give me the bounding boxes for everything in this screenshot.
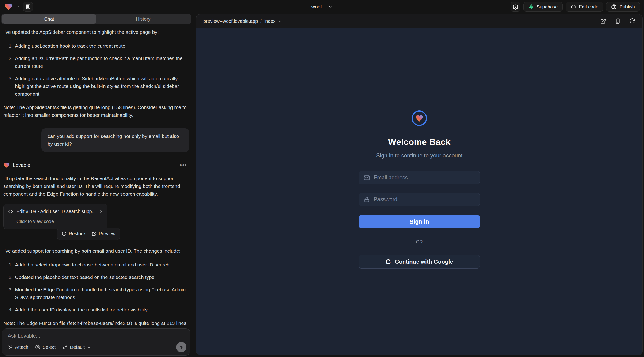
arrow-up-icon xyxy=(179,344,184,350)
ellipsis-icon[interactable]: ••• xyxy=(180,161,187,169)
list-item: Added a select dropdown to choose betwee… xyxy=(14,261,190,268)
globe-icon xyxy=(611,4,616,10)
edit-version-card[interactable]: Edit #108 • Add user ID search supp... C… xyxy=(3,204,108,230)
chat-input[interactable] xyxy=(8,333,184,339)
composer: Attach Select Default xyxy=(2,328,190,356)
email-input[interactable] xyxy=(374,174,475,181)
edit-code-button[interactable]: Edit code xyxy=(566,2,603,12)
select-label: Select xyxy=(43,344,56,350)
mode-selector[interactable]: Default xyxy=(62,344,91,350)
refresh-icon[interactable] xyxy=(629,18,635,24)
image-attach-icon xyxy=(7,344,13,350)
supabase-button[interactable]: Supabase xyxy=(524,2,562,12)
publish-label: Publish xyxy=(620,4,635,10)
list-item: Modified the Edge Function to handle bot… xyxy=(14,286,190,301)
google-g-icon: G xyxy=(386,258,391,266)
url-separator: / xyxy=(260,18,262,24)
chevron-right-icon[interactable] xyxy=(99,209,104,214)
preview-page-selector[interactable]: index xyxy=(264,18,276,24)
chat-panel: Chat History I've updated the AppSidebar… xyxy=(2,14,191,356)
code-icon xyxy=(570,4,576,10)
sidebar-toggle-icon xyxy=(25,4,31,10)
preview-label: Preview xyxy=(99,230,116,238)
mail-icon xyxy=(364,175,370,181)
tab-history[interactable]: History xyxy=(96,14,190,24)
password-field[interactable] xyxy=(359,193,480,206)
gear-icon xyxy=(513,4,518,10)
divider-label: OR xyxy=(410,239,429,245)
restore-icon xyxy=(62,231,66,236)
list-item: Updated the placeholder text based on th… xyxy=(14,273,190,281)
restore-label: Restore xyxy=(69,230,85,238)
preview-urlbar: preview--woof.lovable.app / index xyxy=(196,14,642,28)
ai-message-text: I've added support for searching by both… xyxy=(3,247,190,255)
supabase-bolt-icon xyxy=(528,4,534,10)
chat-messages[interactable]: I've updated the AppSidebar component to… xyxy=(3,28,190,326)
user-message-bubble: can you add support for searching not on… xyxy=(41,128,190,152)
sliders-icon xyxy=(62,344,68,350)
edit-card-title: Edit #108 • Add user ID search supp... xyxy=(16,208,96,215)
lock-icon xyxy=(364,196,370,203)
code-icon xyxy=(8,209,13,214)
send-button[interactable] xyxy=(176,342,186,352)
open-in-new-tab-button[interactable] xyxy=(600,18,606,24)
chevron-down-icon[interactable] xyxy=(278,19,282,23)
list-item: Added the user ID display in the results… xyxy=(14,306,190,314)
google-signin-label: Continue with Google xyxy=(395,258,453,265)
lovable-heart-icon[interactable] xyxy=(4,2,13,11)
ai-message-list: Adding useLocation hook to track the cur… xyxy=(3,42,190,98)
mode-label: Default xyxy=(70,344,85,350)
app-logo xyxy=(412,110,427,126)
tab-chat[interactable]: Chat xyxy=(2,14,96,24)
chevron-down-icon[interactable] xyxy=(16,5,20,9)
list-item: Adding useLocation hook to track the cur… xyxy=(14,42,190,50)
ai-message-text: I've updated the AppSidebar component to… xyxy=(3,28,190,36)
preview-app-content: Welcome Back Sign in to continue to your… xyxy=(196,28,642,355)
smartphone-icon[interactable] xyxy=(615,18,621,24)
assistant-name: Lovable xyxy=(13,161,30,169)
settings-button[interactable] xyxy=(510,2,520,12)
sign-in-button[interactable]: Sign in xyxy=(359,215,480,228)
select-button[interactable]: Select xyxy=(35,344,56,350)
lovable-heart-icon xyxy=(3,162,10,168)
list-item: Adding an isCurrentPath helper function … xyxy=(14,54,190,70)
list-item: Adding data-active attribute to SidebarM… xyxy=(14,74,190,98)
password-input[interactable] xyxy=(374,196,475,203)
version-actions-toolbar: Restore Preview xyxy=(57,228,120,240)
project-title: woof xyxy=(312,4,322,10)
attach-button[interactable]: Attach xyxy=(7,344,28,350)
supabase-label: Supabase xyxy=(536,4,558,10)
preview-button[interactable]: Preview xyxy=(92,230,116,238)
attach-label: Attach xyxy=(15,344,28,350)
top-bar: woof Supabase Edit code Publish xyxy=(0,0,644,14)
preview-url[interactable]: preview--woof.lovable.app xyxy=(203,18,258,24)
email-field[interactable] xyxy=(359,171,480,184)
google-signin-button[interactable]: G Continue with Google xyxy=(359,255,480,268)
restore-button[interactable]: Restore xyxy=(62,230,85,238)
ai-message-list: Added a select dropdown to choose betwee… xyxy=(3,261,190,314)
lovable-heart-icon xyxy=(415,114,424,122)
external-link-icon xyxy=(92,231,96,236)
divider-line xyxy=(359,242,410,242)
edit-code-label: Edit code xyxy=(579,4,598,10)
signin-form: Sign in xyxy=(359,171,480,228)
chat-history-tabs: Chat History xyxy=(2,14,191,24)
divider-line xyxy=(429,242,480,242)
assistant-header: Lovable ••• xyxy=(3,161,190,169)
page-subtitle: Sign in to continue to your account xyxy=(376,152,462,159)
target-icon xyxy=(35,344,40,350)
edit-card-subtitle: Click to view code xyxy=(16,218,103,226)
publish-button[interactable]: Publish xyxy=(606,2,640,12)
chevron-down-icon[interactable] xyxy=(328,4,332,9)
ai-message-note: Note: The AppSidebar.tsx file is getting… xyxy=(3,104,190,119)
or-divider: OR xyxy=(359,239,480,245)
preview-pane: preview--woof.lovable.app / index Welcom… xyxy=(196,14,642,355)
chevron-down-icon xyxy=(87,345,91,349)
page-title: Welcome Back xyxy=(388,137,451,147)
ai-message-note: Note: The Edge Function file (fetch-fire… xyxy=(3,319,190,326)
sidebar-toggle-button[interactable] xyxy=(23,2,33,12)
user-message-text: can you add support for searching not on… xyxy=(48,134,179,146)
ai-message-text: I'll update the search functionality in … xyxy=(3,174,190,198)
